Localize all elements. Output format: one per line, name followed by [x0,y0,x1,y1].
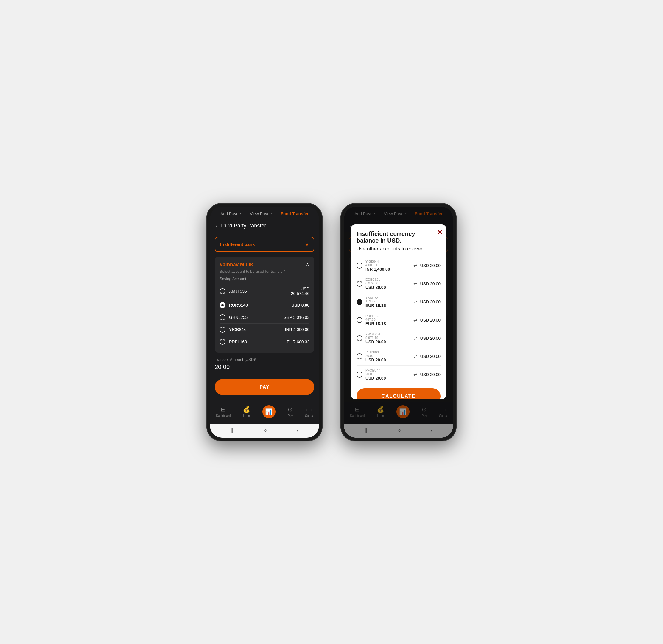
back-title-1: Third PartyTransfer [220,223,266,229]
account-row-ghnl255[interactable]: GHNL255 GBP 5,016.03 [220,312,309,324]
modal-acc-info-yigb844: YIGB8444,000.00 INR 1,480.00 [366,260,411,272]
radio-yigb844[interactable] [220,327,225,332]
account-type-1: Saving Account [220,277,309,281]
modal-acc-info-pfoe877: PFOE87720.00 USD 20.00 [366,369,411,381]
modal-row-pfoe877[interactable]: PFOE87720.00 USD 20.00 ⇌ USD 20.00 [356,366,441,384]
modal-to-amount-yigb844: USD 20.00 [420,263,441,268]
modal-close-button[interactable]: ✕ [437,229,442,236]
account-row-pdpl163[interactable]: PDPL163 EUR 600.32 [220,336,309,348]
modal-acc-info-pdpl163: PDPL163487.50 EUR 18.18 [366,314,411,326]
modal-acc-id-yigb844: YIGB8444,000.00 [366,260,411,267]
modal-acc-info-ywrl261: YWRL2619,979.19 USD 20.00 [366,332,411,344]
transfer-arrows-icon-yigb844: ⇌ [414,262,417,268]
account-card-1: Vaibhav Mulik ∧ Select account to be use… [215,257,314,352]
cards-icon-1: ▭ [306,406,312,413]
modal-subtitle: Use other accounts to convert [356,246,441,252]
pay-button-1[interactable]: PAY [215,379,314,395]
calculate-button[interactable]: CALCULATE [356,388,441,399]
radio-rurs140[interactable] [220,302,225,308]
nav-dashboard-1[interactable]: ⊟ Dashboard [216,406,230,417]
modal-acc-balance-pfoe877: USD 20.00 [366,376,411,381]
modal-radio-iaud800[interactable] [356,353,362,359]
modal-acc-balance-yigb844: INR 1,480.00 [366,267,411,272]
modal-to-amount-egbc621: USD 20.00 [420,281,441,286]
nav-analytics-1[interactable]: 📊 [262,405,275,418]
sys-menu-1[interactable]: ||| [230,427,235,434]
modal-radio-ywrl261[interactable] [356,335,362,341]
nav-add-payee-1[interactable]: Add Payee [220,211,241,216]
acc-id-pdpl163: PDPL163 [229,339,287,344]
back-arrow-1[interactable]: ‹ [216,223,218,229]
pay-label-1: Pay [288,414,293,417]
sys-back-1[interactable]: ‹ [297,427,299,434]
bank-dropdown-1[interactable]: In different bank ∨ [215,237,314,252]
modal-radio-ybne727[interactable] [356,299,362,305]
modal-radio-egbc621[interactable] [356,281,362,287]
modal-acc-info-ybne727: YBNE727112.82 EUR 18.18 [366,296,411,308]
dashboard-label-1: Dashboard [216,414,230,417]
account-row-rurs140[interactable]: RURS140 USD 0.00 [220,299,309,312]
modal-radio-pfoe877[interactable] [356,372,362,377]
modal-to-amount-ywrl261: USD 20.00 [420,336,441,341]
modal-to-amount-pdpl163: USD 20.00 [420,318,441,322]
active-circle-1: 📊 [262,405,275,418]
transfer-arrows-icon-ywrl261: ⇌ [414,335,417,341]
loan-label-1: Loan [243,414,250,417]
acc-balance-xmjt935: USD20,574.46 [291,286,309,296]
radio-ghnl255[interactable] [220,315,225,320]
acc-balance-rurs140: USD 0.00 [291,303,309,307]
phone-1: Add Payee View Payee Fund Transfer ‹ Thi… [206,203,323,441]
chevron-down-icon-1: ∨ [305,242,309,247]
modal-acc-id-pdpl163: PDPL163487.50 [366,314,411,321]
dashboard-icon-1: ⊟ [221,406,226,413]
modal-row-yigb844[interactable]: YIGB8444,000.00 INR 1,480.00 ⇌ USD 20.00 [356,257,441,275]
system-nav-1: ||| ○ ‹ [210,424,319,438]
bottom-nav-1: ⊟ Dashboard 💰 Loan 📊 ⊙ Pay ▭ [210,402,319,424]
modal-row-iaud800[interactable]: IAUD80020.00 USD 20.00 ⇌ USD 20.00 [356,347,441,366]
modal-row-ybne727[interactable]: YBNE727112.82 EUR 18.18 ⇌ USD 20.00 [356,293,441,311]
nav-fund-transfer-1[interactable]: Fund Transfer [281,211,309,216]
phone-2: Add Payee View Payee Fund Transfer ‹ Thi… [340,203,457,441]
phone-1-inner: Add Payee View Payee Fund Transfer ‹ Thi… [210,207,319,438]
radio-pdpl163[interactable] [220,339,225,345]
account-holder-name: Vaibhav Mulik [220,262,253,268]
modal-radio-pdpl163[interactable] [356,317,362,323]
modal-to-amount-iaud800: USD 20.00 [420,354,441,359]
dropdown-label-1: In different bank [220,242,255,247]
account-row-xmjt935[interactable]: XMJT935 USD20,574.46 [220,283,309,299]
top-nav-1: Add Payee View Payee Fund Transfer [210,207,319,220]
loan-icon-1: 💰 [243,406,250,413]
modal-acc-id-iaud800: IAUD80020.00 [366,350,411,358]
nav-view-payee-1[interactable]: View Payee [250,211,272,216]
acc-id-ghnl255: GHNL255 [229,315,283,320]
modal-radio-yigb844[interactable] [356,262,362,269]
modal-row-pdpl163[interactable]: PDPL163487.50 EUR 18.18 ⇌ USD 20.00 [356,311,441,329]
modal-acc-id-pfoe877: PFOE87720.00 [366,369,411,376]
modal-acc-id-egbc621: EGBC6216,374.86 [366,278,411,285]
transfer-arrows-icon-pdpl163: ⇌ [414,317,417,323]
account-expand-icon[interactable]: ∧ [306,261,309,268]
transfer-arrows-icon-iaud800: ⇌ [414,353,417,359]
modal-to-amount-ybne727: USD 20.00 [420,300,441,304]
sys-home-1[interactable]: ○ [264,427,267,434]
transfer-arrows-icon-egbc621: ⇌ [414,281,417,286]
transfer-arrows-icon-pfoe877: ⇌ [414,372,417,377]
acc-id-rurs140: RURS140 [229,303,291,307]
modal-row-ywrl261[interactable]: YWRL2619,979.19 USD 20.00 ⇌ USD 20.00 [356,329,441,347]
analytics-icon-1: 📊 [265,408,272,415]
account-row-yigb844[interactable]: YIGB844 INR 4,000.00 [220,324,309,336]
modal-acc-balance-egbc621: USD 20.00 [366,285,411,290]
modal-row-egbc621[interactable]: EGBC6216,374.86 USD 20.00 ⇌ USD 20.00 [356,275,441,293]
nav-pay-1[interactable]: ⊙ Pay [288,406,293,417]
content-1: In different bank ∨ Vaibhav Mulik ∧ Sele… [210,232,319,402]
modal-overlay: ✕ Insufficient currency balance In USD. … [344,207,453,438]
modal-title: Insufficient currency balance In USD. [356,230,441,244]
phones-container: Add Payee View Payee Fund Transfer ‹ Thi… [206,203,457,441]
nav-loan-1[interactable]: 💰 Loan [243,406,250,417]
transfer-label-1: Transfer Amount (USD)* [215,357,314,362]
insufficient-funds-modal: ✕ Insufficient currency balance In USD. … [351,225,446,399]
radio-xmjt935[interactable] [220,288,225,294]
modal-acc-id-ybne727: YBNE727112.82 [366,296,411,303]
nav-cards-1[interactable]: ▭ Cards [305,406,313,417]
acc-balance-pdpl163: EUR 600.32 [287,339,309,344]
